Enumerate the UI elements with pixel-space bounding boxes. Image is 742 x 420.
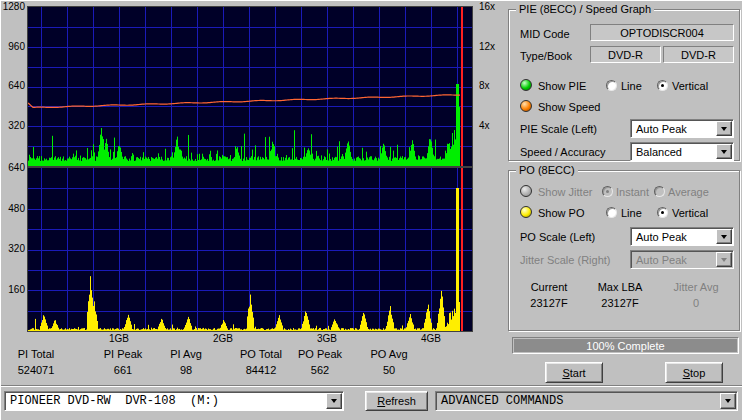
show-po-led-icon[interactable] xyxy=(520,206,532,218)
current-value: 23127F xyxy=(514,297,584,309)
po-ytick: 640 xyxy=(1,163,25,173)
show-jitter-led-icon xyxy=(520,185,532,197)
speed-ytick: 8x xyxy=(479,81,507,91)
speed-ytick: 16x xyxy=(479,2,507,12)
dropdown-arrow-icon[interactable] xyxy=(716,121,732,136)
pie-ytick: 320 xyxy=(1,121,25,131)
book-field: DVD-R xyxy=(663,46,734,63)
type-value: DVD-R xyxy=(608,49,643,61)
x-tick: 3GB xyxy=(313,334,341,344)
stat-label: PO Avg xyxy=(365,348,413,360)
book-value: DVD-R xyxy=(681,49,716,61)
mid-code-label: MID Code xyxy=(520,28,570,40)
type-book-label: Type/Book xyxy=(520,50,572,62)
max-lba: Max LBA 23127F xyxy=(584,281,656,309)
po-scale-select[interactable]: Auto Peak xyxy=(630,227,734,246)
show-pie-label: Show PIE xyxy=(538,80,586,92)
pie-line-radio[interactable] xyxy=(606,80,617,91)
stat-label: PI Total xyxy=(7,348,65,360)
drive-select[interactable]: PIONEER DVD-RW DVR-108 (M:) xyxy=(4,391,344,411)
dropdown-arrow-icon[interactable] xyxy=(720,393,736,409)
mid-code-value: OPTODISCR004 xyxy=(620,27,704,39)
stat-value: 84412 xyxy=(231,364,291,376)
speed-ytick: 12x xyxy=(479,42,507,52)
po-vertical-radio[interactable] xyxy=(657,207,668,218)
stat-label: PO Total xyxy=(231,348,291,360)
pie-ytick: 960 xyxy=(1,42,25,52)
po-ytick: 320 xyxy=(1,244,25,254)
refresh-button[interactable]: Refresh xyxy=(365,391,428,411)
stat-label: PI Avg xyxy=(163,348,209,360)
speed-ytick: 4x xyxy=(479,121,507,131)
jitter-instant-radio xyxy=(602,186,613,197)
stop-button[interactable]: Stop xyxy=(665,362,723,383)
dropdown-arrow-icon[interactable] xyxy=(326,393,342,409)
po-ytick: 480 xyxy=(1,204,25,214)
stat-value: 50 xyxy=(365,364,413,376)
stat-value: 98 xyxy=(163,364,209,376)
dropdown-arrow-icon[interactable] xyxy=(716,144,732,159)
jitter-avg: Jitter Avg 0 xyxy=(656,281,736,309)
stat-value: 562 xyxy=(293,364,347,376)
app-window: 1280 960 640 320 16x 12x 8x 4x 640 480 3… xyxy=(0,0,742,420)
current-label: Current xyxy=(514,281,584,293)
x-tick: 1GB xyxy=(105,334,133,344)
start-button-label: Start xyxy=(562,367,585,379)
pie-line-label: Line xyxy=(621,80,642,92)
speed-accuracy-value: Balanced xyxy=(636,146,682,158)
show-speed-label: Show Speed xyxy=(538,101,600,113)
show-pie-led-icon[interactable] xyxy=(520,79,532,91)
stop-button-label: Stop xyxy=(683,367,706,379)
pie-ytick: 1280 xyxy=(1,2,25,12)
stat-label: PO Peak xyxy=(293,348,347,360)
type-field: DVD-R xyxy=(590,46,661,63)
jitter-average-label: Average xyxy=(668,186,709,198)
jitter-avg-value: 0 xyxy=(656,297,736,309)
pie-scale-label: PIE Scale (Left) xyxy=(520,123,597,135)
po-groupbox: PO (8ECC) Show Jitter Instant Average Sh… xyxy=(508,170,740,331)
advanced-commands-value: ADVANCED COMMANDS xyxy=(441,394,563,408)
pie-scale-select[interactable]: Auto Peak xyxy=(630,119,734,138)
max-lba-label: Max LBA xyxy=(584,281,656,293)
pie-vertical-label: Vertical xyxy=(672,80,708,92)
po-line-label: Line xyxy=(621,207,642,219)
dropdown-arrow-icon[interactable] xyxy=(716,229,732,244)
stat-po-peak: PO Peak 562 xyxy=(293,348,347,376)
pie-graph-canvas xyxy=(27,6,473,167)
po-graph-canvas xyxy=(27,167,473,332)
po-group-title: PO (8ECC) xyxy=(516,165,578,176)
jitter-instant-label: Instant xyxy=(616,186,649,198)
po-scale-label: PO Scale (Left) xyxy=(520,231,595,243)
jitter-scale-value: Auto Peak xyxy=(636,254,687,266)
current-lba: Current 23127F xyxy=(514,281,584,309)
max-lba-value: 23127F xyxy=(584,297,656,309)
show-jitter-label: Show Jitter xyxy=(538,186,592,198)
progress-text: 100% Complete xyxy=(514,339,737,352)
advanced-commands-select[interactable]: ADVANCED COMMANDS xyxy=(435,391,738,411)
stat-label: PI Peak xyxy=(97,348,149,360)
stat-pi-peak: PI Peak 661 xyxy=(97,348,149,376)
start-button[interactable]: Start xyxy=(545,362,603,383)
po-ytick: 160 xyxy=(1,285,25,295)
x-tick: 4GB xyxy=(417,334,445,344)
po-line-radio[interactable] xyxy=(606,207,617,218)
dropdown-arrow-icon xyxy=(716,252,732,267)
show-speed-led-icon[interactable] xyxy=(520,100,532,112)
jitter-avg-label: Jitter Avg xyxy=(656,281,736,293)
po-scale-value: Auto Peak xyxy=(636,231,687,243)
mid-code-field: OPTODISCR004 xyxy=(590,24,734,41)
pie-vertical-radio[interactable] xyxy=(657,80,668,91)
stat-pi-total: PI Total 524071 xyxy=(7,348,65,376)
pie-scale-value: Auto Peak xyxy=(636,123,687,135)
jitter-scale-select: Auto Peak xyxy=(630,250,734,269)
speed-accuracy-select[interactable]: Balanced xyxy=(630,142,734,161)
drive-select-value: PIONEER DVD-RW DVR-108 (M:) xyxy=(10,394,219,408)
bottom-divider xyxy=(1,385,742,387)
stat-value: 661 xyxy=(97,364,149,376)
stat-pi-avg: PI Avg 98 xyxy=(163,348,209,376)
pie-speed-groupbox: PIE (8ECC) / Speed Graph MID Code OPTODI… xyxy=(508,9,740,161)
pie-ytick: 640 xyxy=(1,81,25,91)
x-tick: 2GB xyxy=(209,334,237,344)
jitter-scale-label: Jitter Scale (Right) xyxy=(520,254,610,266)
stat-value: 524071 xyxy=(7,364,65,376)
